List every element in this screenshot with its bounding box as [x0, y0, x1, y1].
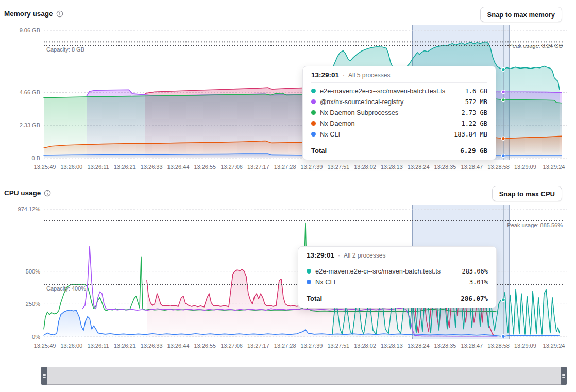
y-axis-label: 0 B	[31, 155, 40, 161]
series-color-dot-icon	[311, 89, 316, 93]
process-value: 183.84 MB	[454, 131, 487, 138]
x-axis-label: 13:28:13	[381, 343, 403, 349]
x-axis-label: 13:26:55	[194, 164, 216, 170]
tooltip-header: 13:29:01 · All 2 processes	[307, 251, 488, 263]
process-value: 283.06%	[462, 268, 488, 275]
process-value: 1.6 GB	[465, 88, 487, 95]
process-value: 2.73 GB	[461, 109, 487, 116]
x-axis-label: 13:26:21	[114, 164, 136, 170]
x-axis-label: 13:26:44	[167, 164, 190, 170]
x-axis-label: 13:27:51	[327, 343, 349, 349]
process-monitor-page: 9.06 GB4.66 GB2.33 GB0 BCapacity: 8 GBPe…	[0, 0, 576, 392]
crosshair-dot	[502, 154, 505, 158]
process-name: Nx CLI	[320, 130, 450, 138]
brush-track[interactable]	[41, 367, 567, 385]
process-name: Nx Daemon	[320, 120, 457, 127]
tooltip-row: Nx Daemon Subprocesses2.73 GB	[311, 107, 487, 118]
tooltip-subtitle: All 2 processes	[344, 252, 385, 259]
x-axis-label: 13:27:06	[221, 164, 243, 170]
process-name: e2e-maven:e2e-ci--src/maven-batch.test.t…	[315, 267, 458, 275]
memory-tooltip: 13:29:01 · All 5 processes e2e-maven:e2e…	[302, 66, 496, 160]
x-axis-label: 13:26:00	[60, 343, 82, 349]
x-axis-label: 13:28:47	[461, 343, 483, 349]
cpu-chart-title: CPU usage	[4, 189, 41, 197]
charts-canvas[interactable]: 9.06 GB4.66 GB2.33 GB0 BCapacity: 8 GBPe…	[0, 0, 576, 392]
brush-handle-right[interactable]	[561, 367, 567, 385]
snap-to-max-memory-button[interactable]: Snap to max memory	[480, 7, 563, 22]
tooltip-total-value: 286.07%	[461, 295, 488, 302]
x-axis-label: 13:29:24	[543, 164, 565, 170]
x-axis-label: 13:28:02	[354, 343, 376, 349]
series-color-dot-icon	[311, 99, 316, 104]
y-axis-label: 500%	[26, 268, 40, 275]
memory-chart-title: Memory usage	[4, 10, 53, 18]
x-axis-label: 13:26:33	[141, 343, 163, 349]
y-axis-label: 2.33 GB	[20, 122, 40, 128]
x-axis-label: 13:26:33	[141, 164, 163, 170]
x-axis-label: 13:28:58	[487, 343, 510, 349]
tooltip-total-value: 6.29 GB	[460, 147, 487, 155]
y-axis-label: 9.06 GB	[20, 27, 40, 33]
y-axis-label: 974.12%	[18, 206, 41, 212]
x-axis-label: 13:28:35	[434, 343, 456, 349]
tooltip-row: Nx CLI183.84 MB	[311, 129, 487, 140]
x-axis-label: 13:26:11	[88, 343, 109, 349]
capacity-label: Capacity: 400%	[46, 285, 86, 292]
crosshair-dot	[502, 298, 505, 301]
peak-label: Peak usage: 8.24 GB	[509, 43, 563, 49]
info-icon[interactable]	[44, 190, 51, 197]
tooltip-total-label: Total	[311, 147, 327, 155]
x-axis-label: 13:28:24	[408, 164, 430, 170]
x-axis-label: 13:28:47	[461, 164, 483, 170]
tooltip-rows: e2e-maven:e2e-ci--src/maven-batch.test.t…	[311, 83, 487, 141]
crosshair-dot	[502, 137, 505, 140]
x-axis-label: 13:26:21	[114, 343, 136, 349]
tooltip-total-label: Total	[307, 295, 322, 302]
process-name: @nx/nx-source:local-registry	[320, 98, 461, 106]
x-axis-label: 13:27:06	[221, 343, 243, 349]
brush-handle-left[interactable]	[41, 367, 47, 385]
tooltip-row: @nx/nx-source:local-registry572 MB	[311, 96, 487, 107]
x-axis-label: 13:29:24	[543, 343, 565, 349]
cpu-tooltip: 13:29:01 · All 2 processes e2e-maven:e2e…	[298, 246, 497, 308]
x-axis-label: 13:27:51	[327, 164, 349, 170]
x-axis-label: 13:28:24	[408, 343, 430, 349]
series-color-dot-icon	[311, 132, 316, 137]
memory-section-header: Memory usage	[4, 10, 63, 18]
x-axis-label: 13:29:09	[514, 343, 536, 349]
peak-label: Peak usage: 885.56%	[507, 222, 563, 228]
series-color-dot-icon	[311, 121, 316, 126]
y-axis-label: 4.66 GB	[20, 89, 40, 95]
info-icon[interactable]	[56, 10, 63, 18]
x-axis-label: 13:25:49	[34, 164, 56, 170]
x-axis-label: 13:27:28	[274, 164, 296, 170]
process-value: 572 MB	[465, 98, 487, 106]
snap-to-max-cpu-button[interactable]: Snap to max CPU	[492, 186, 562, 201]
x-axis-label: 13:27:39	[301, 164, 323, 170]
process-name: Nx Daemon Subprocesses	[320, 109, 457, 116]
process-name: e2e-maven:e2e-ci--src/maven-batch.test.t…	[320, 87, 461, 95]
tooltip-rows: e2e-maven:e2e-ci--src/maven-batch.test.t…	[307, 263, 488, 288]
tooltip-row: e2e-maven:e2e-ci--src/maven-batch.test.t…	[307, 266, 488, 277]
x-axis-label: 13:27:28	[274, 343, 296, 349]
y-axis-label: 250%	[26, 301, 40, 307]
tooltip-total-row: Total 6.29 GB	[311, 143, 487, 155]
tooltip-row: Nx CLI3.01%	[307, 277, 488, 287]
x-axis-label: 13:26:44	[167, 343, 190, 349]
cpu-section-header: CPU usage	[4, 189, 51, 197]
x-axis-label: 13:28:35	[434, 164, 456, 170]
tooltip-total-row: Total 286.07%	[307, 291, 488, 302]
tooltip-row: Nx Daemon1.22 GB	[311, 118, 487, 129]
x-axis-label: 13:25:49	[34, 343, 56, 349]
y-axis-label: 0%	[32, 334, 40, 340]
x-axis-label: 13:28:58	[487, 164, 510, 170]
x-axis-label: 13:27:39	[301, 343, 323, 349]
process-name: Nx CLI	[315, 278, 465, 286]
crosshair-dot	[502, 90, 505, 94]
tooltip-time: 13:29:01	[307, 251, 334, 259]
crosshair-dot	[502, 98, 505, 101]
x-axis-label: 13:28:02	[354, 164, 376, 170]
tooltip-separator: ·	[338, 252, 340, 259]
tooltip-row: e2e-maven:e2e-ci--src/maven-batch.test.t…	[311, 86, 487, 96]
x-axis-label: 13:26:00	[60, 164, 82, 170]
